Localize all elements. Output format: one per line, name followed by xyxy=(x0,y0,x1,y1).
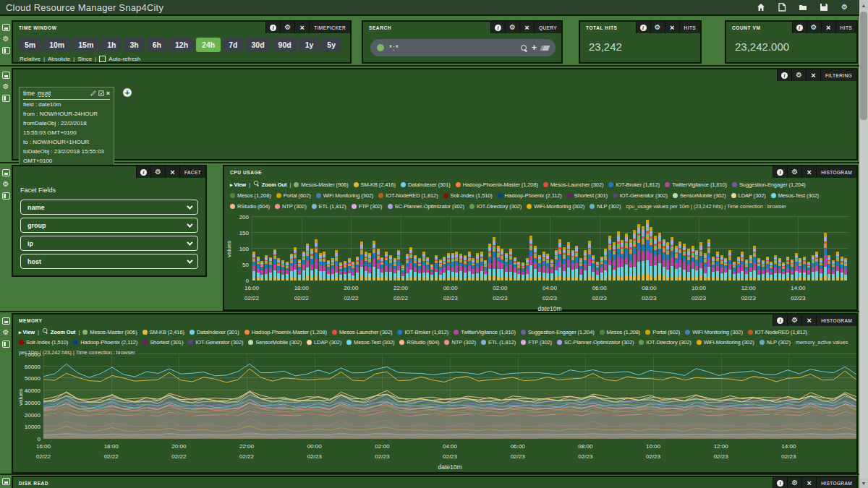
time-range-button-1y[interactable]: 1y xyxy=(299,38,320,52)
legend-item[interactable]: SM-KB (2,416) xyxy=(142,329,184,335)
legend-item[interactable]: FTP (302) xyxy=(352,203,383,210)
info-icon[interactable]: i xyxy=(792,22,807,33)
configure-gear-icon[interactable]: ⚙ xyxy=(787,166,801,178)
settings-gear-icon[interactable]: ⚙ xyxy=(840,3,849,12)
legend-item[interactable]: LDAP (302) xyxy=(731,192,766,199)
search-input[interactable]: *:* + xyxy=(370,39,556,56)
legend-item[interactable]: TwitterVigilance (1,810) xyxy=(665,181,727,188)
legend-item[interactable]: FTP (302) xyxy=(521,339,552,346)
collapse-row-icon[interactable] xyxy=(1,71,10,80)
info-icon[interactable]: i xyxy=(265,22,280,33)
facet-field-group[interactable]: group xyxy=(20,218,198,233)
legend-item[interactable]: IOT-Broker (1,812) xyxy=(397,329,448,335)
row-settings-icon[interactable]: ⚙ xyxy=(1,35,10,43)
time-range-button-1h[interactable]: 1h xyxy=(101,38,122,52)
info-icon[interactable]: i xyxy=(136,166,150,178)
collapse-row-icon[interactable] xyxy=(1,168,10,177)
time-range-button-30d[interactable]: 30d xyxy=(245,38,270,52)
remove-filter-icon[interactable]: × xyxy=(106,90,110,97)
collapse-row-icon[interactable] xyxy=(1,23,10,32)
legend-item[interactable]: Mesos-Launcher (302) xyxy=(543,181,603,188)
close-icon[interactable]: × xyxy=(165,166,179,178)
time-range-button-10m[interactable]: 10m xyxy=(43,38,70,52)
scroll-up-arrow[interactable]: ▲ xyxy=(859,0,868,10)
legend-item[interactable]: SensorMobile (302) xyxy=(248,339,302,346)
facet-field-ip[interactable]: ip xyxy=(20,236,198,251)
time-range-button-24h[interactable]: 24h xyxy=(196,38,221,52)
facet-field-name[interactable]: name xyxy=(20,200,198,215)
scrollbar-thumb[interactable] xyxy=(860,12,867,120)
configure-gear-icon[interactable]: ⚙ xyxy=(650,22,665,33)
row-settings-icon[interactable]: ⚙ xyxy=(1,180,10,189)
legend-item[interactable]: WiFi-Monitoring (302) xyxy=(697,339,754,346)
close-icon[interactable]: × xyxy=(801,477,816,488)
legend-item[interactable]: IOT-NodeRED (1,812) xyxy=(378,192,438,199)
time-range-button-90d[interactable]: 90d xyxy=(273,38,297,52)
info-icon[interactable]: i xyxy=(773,314,787,326)
info-icon[interactable]: i xyxy=(773,166,787,178)
collapse-row-icon[interactable] xyxy=(1,317,10,325)
info-icon[interactable]: i xyxy=(773,477,787,488)
add-query-icon[interactable]: + xyxy=(532,43,537,52)
close-icon[interactable]: × xyxy=(665,22,679,33)
legend-item[interactable]: Solr-Index (1,510) xyxy=(19,339,68,346)
legend-item[interactable]: RStudio (604) xyxy=(230,203,270,210)
configure-gear-icon[interactable]: ⚙ xyxy=(787,314,801,326)
legend-item[interactable]: IOT-Directory (302) xyxy=(469,203,522,210)
time-range-button-7d[interactable]: 7d xyxy=(223,38,243,52)
open-folder-icon[interactable] xyxy=(798,3,807,12)
row-layout-icon[interactable] xyxy=(1,192,10,200)
clear-query-eraser-icon[interactable] xyxy=(540,46,550,51)
legend-item[interactable]: NLP (302) xyxy=(590,203,621,210)
legend-item[interactable]: Shortest (301) xyxy=(567,192,608,199)
time-range-button-3h[interactable]: 3h xyxy=(124,38,144,52)
legend-item[interactable]: Hadoop-Phoenix-Master (1,208) xyxy=(456,181,538,188)
filter-mode-link[interactable]: must xyxy=(38,90,51,97)
legend-item[interactable]: Portal (602) xyxy=(645,329,680,335)
mode-link-relative[interactable]: Relative xyxy=(20,56,41,62)
legend-item[interactable]: WiFi-Monitoring (302) xyxy=(527,203,584,210)
zoom-out-button[interactable]: Zoom Out xyxy=(42,329,76,335)
configure-gear-icon[interactable]: ⚙ xyxy=(787,477,801,488)
row-layout-icon[interactable] xyxy=(1,46,10,55)
legend-item[interactable]: Mesos-Test (302) xyxy=(346,339,394,346)
zoom-out-button[interactable]: Zoom Out xyxy=(253,181,287,188)
legend-item[interactable]: Suggestion-Engager (1,204) xyxy=(732,181,806,188)
close-icon[interactable]: × xyxy=(801,314,816,326)
legend-item[interactable]: LDAP (302) xyxy=(307,339,341,346)
legend-item[interactable]: SC-Planner-Optimizator (302) xyxy=(388,203,464,210)
row-layout-icon[interactable] xyxy=(1,340,10,348)
search-magnifier-icon[interactable] xyxy=(521,45,527,51)
edit-filter-icon[interactable] xyxy=(90,90,96,96)
new-dashboard-icon[interactable] xyxy=(777,3,786,12)
home-icon[interactable] xyxy=(756,3,765,12)
legend-item[interactable]: ETL (1,812) xyxy=(481,339,516,346)
time-range-button-5y[interactable]: 5y xyxy=(321,38,341,52)
legend-item[interactable]: Solr-Index (1,510) xyxy=(443,192,493,199)
close-icon[interactable]: × xyxy=(801,166,816,178)
row-settings-icon[interactable]: ⚙ xyxy=(1,82,10,91)
legend-item[interactable]: IOT-Broker (1,812) xyxy=(608,181,660,188)
configure-gear-icon[interactable]: ⚙ xyxy=(505,22,519,33)
legend-item[interactable]: Mesos (1,208) xyxy=(600,329,641,335)
scroll-down-arrow[interactable]: ▼ xyxy=(859,478,868,488)
legend-item[interactable]: IOT-Generator (302) xyxy=(188,339,243,346)
legend-item[interactable]: WiFi Monitoring (302) xyxy=(685,329,743,335)
configure-gear-icon[interactable]: ⚙ xyxy=(150,166,165,178)
time-range-button-6h[interactable]: 6h xyxy=(147,38,167,52)
view-menu[interactable]: ▸ View xyxy=(19,329,35,335)
time-range-button-15m[interactable]: 15m xyxy=(72,38,99,52)
legend-item[interactable]: IOT-NodeRED (1,812) xyxy=(748,329,807,335)
query-text[interactable]: *:* xyxy=(389,44,521,52)
collapse-row-icon[interactable] xyxy=(1,477,10,486)
legend-item[interactable]: SM-KB (2,416) xyxy=(354,181,396,188)
legend-item[interactable]: WiFi Monitoring (302) xyxy=(316,192,374,199)
legend-item[interactable]: NTP (302) xyxy=(275,203,307,210)
legend-item[interactable]: Hadoop-Phoenix (2,112) xyxy=(498,192,562,199)
info-icon[interactable]: i xyxy=(636,22,650,33)
legend-item[interactable]: NLP (302) xyxy=(760,339,791,346)
time-range-button-12h[interactable]: 12h xyxy=(169,38,194,52)
legend-item[interactable]: IOT-Directory (302) xyxy=(639,339,691,346)
legend-item[interactable]: IOT-Generator (302) xyxy=(613,192,668,199)
legend-item[interactable]: Mesos (1,208) xyxy=(230,192,271,199)
